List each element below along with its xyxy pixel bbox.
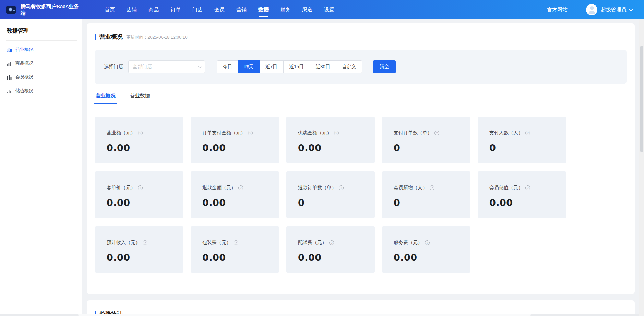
date-range-group: 今日 昨天 近7日 近15日 近30日 自定义 [217, 60, 362, 73]
nav-item-store[interactable]: 门店 [187, 0, 208, 19]
stat-label: 优惠金额（元） [298, 130, 332, 136]
stat-label: 客单价（元） [107, 185, 135, 191]
stat-value: 0 [489, 143, 559, 153]
sidebar-item-label: 营业概况 [15, 47, 33, 53]
nav-item-finance[interactable]: 财务 [274, 0, 296, 19]
top-navbar: 腾马餐饮多商户Saas业务端 首页 店铺 商品 订单 门店 会员 营销 数据 财… [0, 0, 644, 19]
horizontal-scrollbar-thumb[interactable] [78, 314, 531, 316]
help-icon[interactable] [138, 185, 143, 190]
stat-card-avg-order-value: 客单价（元） 0.00 [95, 171, 183, 218]
nav-item-data[interactable]: 数据 [252, 0, 274, 19]
stat-label: 配送费（元） [298, 240, 327, 246]
card-header: 营业概况 更新时间：2025-06-18 12:00:10 [95, 33, 627, 41]
stat-value: 0 [394, 197, 464, 208]
range-today-button[interactable]: 今日 [217, 60, 238, 73]
official-site-link[interactable]: 官方网站 [547, 7, 568, 13]
help-icon[interactable] [339, 185, 344, 190]
help-icon[interactable] [238, 185, 243, 190]
stat-label: 会员储值（元） [489, 185, 523, 191]
sidebar-item-member-overview[interactable]: 会员概况 [6, 70, 77, 84]
main-nav: 首页 店铺 商品 订单 门店 会员 营销 数据 财务 渠道 设置 [99, 0, 340, 19]
stat-card-delivery-fee: 配送费（元） 0.00 [286, 226, 375, 273]
help-icon[interactable] [248, 131, 253, 135]
sidebar-item-label: 储值概况 [15, 88, 33, 94]
help-icon[interactable] [525, 185, 530, 190]
sidebar-title: 数据管理 [6, 27, 77, 35]
sidebar-item-business-overview[interactable]: 营业概况 [6, 43, 77, 57]
bar-chart-icon [7, 61, 12, 66]
stat-card-paid-orders: 支付订单数（单） 0 [382, 117, 470, 163]
stat-card-member-stored-value: 会员储值（元） 0.00 [478, 171, 566, 218]
app-logo-icon [6, 6, 16, 14]
stat-card-refund-orders: 退款订单数（单） 0 [286, 171, 375, 218]
tab-business-data[interactable]: 营业数据 [129, 93, 151, 104]
vertical-scrollbar-thumb[interactable] [640, 46, 643, 152]
stat-card-order-paid-amount: 订单支付金额（元） 0.00 [191, 117, 279, 163]
range-yesterday-button[interactable]: 昨天 [238, 60, 260, 73]
help-icon[interactable] [425, 240, 430, 245]
accent-bar [95, 34, 96, 40]
nav-item-shop[interactable]: 店铺 [121, 0, 143, 19]
stat-value: 0.00 [202, 197, 272, 208]
clear-button[interactable]: 清空 [373, 60, 396, 73]
main-content: 营业概况 更新时间：2025-06-18 12:00:10 选择门店 全部门店 … [82, 19, 639, 316]
sidebar-item-stored-value-overview[interactable]: 储值概况 [6, 84, 77, 98]
nav-item-settings[interactable]: 设置 [318, 0, 340, 19]
tab-business-overview[interactable]: 营业概况 [95, 93, 116, 104]
stat-label: 营业额（元） [107, 130, 135, 136]
range-7d-button[interactable]: 近7日 [260, 60, 284, 73]
help-icon[interactable] [138, 131, 143, 135]
help-icon[interactable] [434, 131, 439, 135]
store-filter-label: 选择门店 [104, 64, 123, 70]
nav-item-member[interactable]: 会员 [208, 0, 230, 19]
bar-chart-icon [7, 75, 12, 80]
help-icon[interactable] [329, 240, 334, 245]
stat-value: 0.00 [202, 143, 272, 153]
help-icon[interactable] [430, 185, 434, 190]
stat-value: 0.00 [107, 197, 177, 208]
stat-label: 订单支付金额（元） [202, 130, 246, 136]
sidebar-item-label: 商品概况 [15, 60, 33, 66]
card-title: 营业概况 [99, 33, 123, 41]
store-select-placeholder: 全部门店 [133, 64, 198, 70]
nav-item-goods[interactable]: 商品 [143, 0, 165, 19]
sidebar-item-label: 会员概况 [15, 74, 33, 80]
bar-chart-icon [7, 47, 12, 52]
stat-label: 包装费（元） [202, 240, 231, 246]
horizontal-scrollbar[interactable] [0, 314, 639, 316]
sidebar-item-goods-overview[interactable]: 商品概况 [6, 57, 77, 70]
stat-value: 0.00 [394, 252, 464, 263]
range-15d-button[interactable]: 近15日 [284, 60, 310, 73]
help-icon[interactable] [234, 240, 238, 245]
overview-tabs: 营业概况 营业数据 [95, 93, 627, 104]
username-label: 超级管理员 [601, 7, 627, 13]
bar-chart-icon [7, 88, 12, 93]
stat-card-packaging-fee: 包装费（元） 0.00 [191, 226, 279, 273]
stat-value: 0.00 [489, 197, 559, 208]
stat-label: 服务费（元） [394, 240, 422, 246]
nav-item-home[interactable]: 首页 [99, 0, 121, 19]
stat-card-service-fee: 服务费（元） 0.00 [382, 226, 470, 273]
stat-label: 支付订单数（单） [394, 130, 432, 136]
nav-item-marketing[interactable]: 营销 [230, 0, 252, 19]
sidebar: 数据管理 营业概况 商品概况 会员概况 储值概况 [0, 19, 82, 316]
range-30d-button[interactable]: 近30日 [310, 60, 336, 73]
help-icon[interactable] [525, 131, 530, 135]
help-icon[interactable] [334, 131, 339, 135]
vertical-scrollbar[interactable] [639, 19, 644, 316]
user-menu[interactable]: 超级管理员 [586, 4, 632, 15]
nav-item-channel[interactable]: 渠道 [296, 0, 318, 19]
stat-value: 0.00 [107, 252, 177, 263]
chevron-down-icon [198, 64, 202, 68]
stat-label: 退款订单数（单） [298, 185, 336, 191]
nav-item-order[interactable]: 订单 [165, 0, 187, 19]
user-avatar [586, 4, 597, 15]
store-select[interactable]: 全部门店 [128, 60, 205, 73]
stat-label: 预计收入（元） [107, 240, 140, 246]
stat-value: 0.00 [202, 252, 272, 263]
stat-card-discount-amount: 优惠金额（元） 0.00 [286, 117, 375, 163]
range-custom-button[interactable]: 自定义 [336, 60, 362, 73]
stat-card-revenue: 营业额（元） 0.00 [95, 117, 183, 163]
stat-label: 支付人数（人） [489, 130, 523, 136]
help-icon[interactable] [143, 240, 147, 245]
